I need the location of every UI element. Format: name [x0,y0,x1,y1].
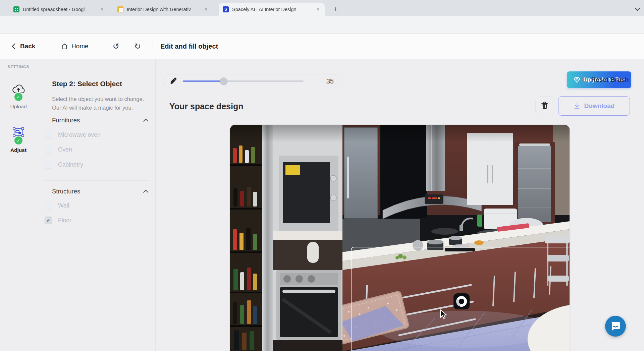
upload-label: Upload [10,104,26,110]
checkbox-row-microwave-oven[interactable]: Microwave oven [45,130,100,139]
tab-title: Spacely AI | AI Interior Design [232,7,313,12]
checkbox-unchecked[interactable] [45,146,52,154]
support-chat-button[interactable] [605,316,626,337]
divider [153,42,153,51]
spacely-icon: S [223,6,229,12]
eraser-button[interactable] [348,76,358,86]
new-tab-button[interactable]: + [331,4,341,14]
back-button[interactable]: Back [13,34,35,59]
chevron-up-icon [143,189,149,195]
brush-cursor-indicator [453,293,470,309]
section-furnitures[interactable]: Furnitures [52,117,148,124]
back-label: Back [20,43,35,50]
rail-rule [6,172,30,172]
checkbox-unchecked[interactable] [45,131,52,139]
brush-ring-icon [456,296,467,307]
chat-bubble-icon [610,320,621,332]
slider-fill [183,80,224,82]
checkbox-row-wall[interactable]: Wall [45,201,69,210]
home-icon [61,43,68,50]
upload-done-check: ✓ [14,92,23,102]
eraser-icon [349,78,357,85]
download-icon [574,103,580,109]
checkbox-row-floor[interactable]: ✓ Floor [45,216,71,225]
close-icon[interactable]: × [315,6,321,13]
browser-toolbar: ← → ↻ spacely.ai/app/tool/edit-and-fill … [0,16,644,34]
tab-spacely-active[interactable]: S Spacely AI | AI Interior Design × [219,3,325,16]
checkbox-row-cabinetry[interactable]: Cabinetry [45,160,83,169]
sidebar-item-upload[interactable]: ✓ Upload [0,84,37,110]
trash-icon [541,102,548,110]
checkbox-checked[interactable]: ✓ [45,217,52,224]
tab-separator [111,6,111,13]
mouse-cursor [439,309,448,319]
brush-size-value: 35 [326,77,334,85]
reset-icon: ↺ [581,76,587,84]
chevron-left-icon [12,44,18,49]
reset-brush-button[interactable]: ↺ Reset Brush [581,76,629,84]
undo-button[interactable]: ↺ [113,34,119,59]
slider-thumb[interactable] [220,77,227,85]
step-title: Step 2: Select Object [52,80,122,88]
yellow-doc-icon [117,6,123,12]
checkbox-unchecked[interactable] [45,161,52,169]
tab-google-sheets[interactable]: Untitled spreadsheet - Googl × [9,3,109,16]
design-heading: Your space design [169,102,243,111]
tab-search-button[interactable] [633,4,642,13]
delete-design-button[interactable] [535,96,554,115]
tab-interior-design[interactable]: Interior Design with Generativ × [113,3,213,16]
divider [98,42,98,51]
page-title: Edit and fill object [160,34,218,59]
brush-size-bar: 35 [163,74,340,88]
design-canvas-image[interactable] [230,125,570,351]
checkbox-row-oven[interactable]: Oven [45,145,72,154]
brush-icon [169,77,177,85]
gem-icon [574,77,580,83]
home-button[interactable]: Home [61,34,89,59]
rail-divider [37,59,37,351]
brush-size-slider[interactable] [183,77,304,85]
checkbox-unchecked[interactable] [45,202,52,210]
redo-button[interactable]: ↻ [134,34,141,59]
download-button[interactable]: Download [558,96,630,116]
app-toolbar: Back Home ↺ ↻ Edit and fill object Upgra… [0,34,644,59]
tab-title: Untitled spreadsheet - Googl [23,7,97,12]
google-sheets-icon [13,6,19,12]
home-label: Home [71,43,89,50]
close-icon[interactable]: × [99,6,105,13]
sidebar-item-adjust[interactable]: ✓ Adjust [0,127,37,153]
divider [50,42,50,51]
tab-title: Interior Design with Generativ [127,7,201,12]
section-structures[interactable]: Structures [52,188,148,195]
section-rule [45,235,148,235]
chevron-up-icon [143,118,149,124]
adjust-done-check: ✓ [14,136,23,145]
section-rule [45,180,148,181]
settings-heading: SETTINGS [0,65,37,69]
panel-divider [155,59,156,351]
close-icon[interactable]: × [203,6,209,13]
step-description: Select the object you want to change. Ou… [52,95,151,112]
adjust-label: Adjust [10,147,26,153]
chevron-down-icon [635,5,640,11]
browser-tab-strip: Untitled spreadsheet - Googl × Interior … [0,0,644,16]
